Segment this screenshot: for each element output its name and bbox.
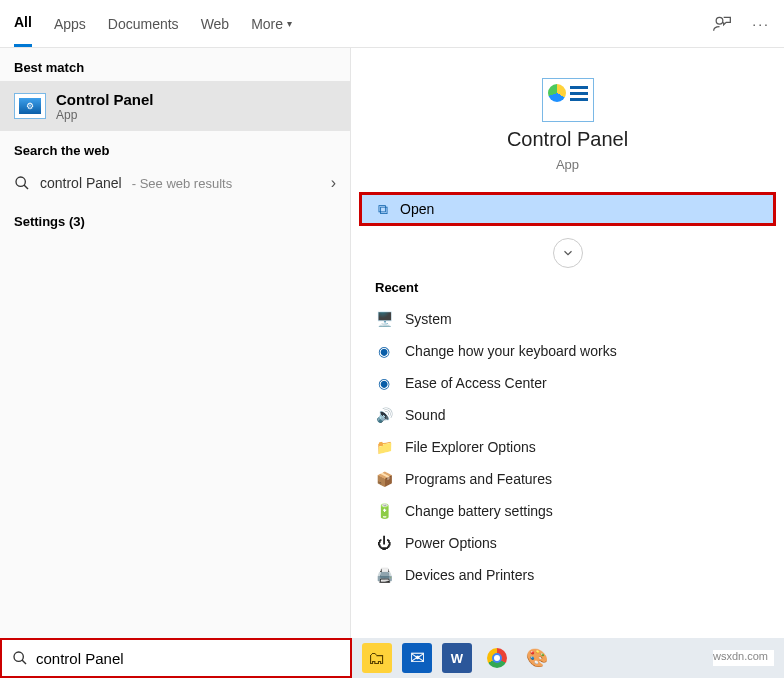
best-match-header: Best match: [0, 48, 350, 81]
tab-more[interactable]: More▾: [251, 1, 292, 47]
best-match-title: Control Panel: [56, 91, 154, 108]
chevron-down-icon: ▾: [287, 18, 292, 29]
open-button[interactable]: ⧉ Open: [359, 192, 776, 226]
search-icon: [12, 650, 28, 666]
tab-web[interactable]: Web: [201, 1, 230, 47]
expand-button[interactable]: [553, 238, 583, 268]
recent-item-system[interactable]: 🖥️System: [351, 303, 784, 335]
recent-header: Recent: [351, 276, 784, 303]
box-icon: 📦: [375, 470, 393, 488]
web-result[interactable]: control Panel - See web results ›: [0, 164, 350, 202]
svg-line-2: [24, 185, 28, 189]
svg-point-3: [14, 652, 23, 661]
battery-icon: 🔋: [375, 502, 393, 520]
file-explorer-icon[interactable]: 🗂: [362, 643, 392, 673]
recent-item-keyboard[interactable]: ◉Change how your keyboard works: [351, 335, 784, 367]
control-panel-icon: [542, 78, 594, 122]
recent-item-devices[interactable]: 🖨️Devices and Printers: [351, 559, 784, 591]
svg-line-4: [22, 660, 26, 664]
web-query: control Panel: [40, 175, 122, 191]
paint-icon[interactable]: 🎨: [522, 643, 552, 673]
chrome-icon[interactable]: [482, 643, 512, 673]
open-icon: ⧉: [378, 201, 388, 218]
recent-item-sound[interactable]: 🔊Sound: [351, 399, 784, 431]
main-area: Best match ⚙ Control Panel App Search th…: [0, 48, 784, 678]
power-icon: ⏻: [375, 534, 393, 552]
speaker-icon: 🔊: [375, 406, 393, 424]
svg-point-1: [16, 177, 25, 186]
best-match-subtitle: App: [56, 108, 154, 122]
search-web-header: Search the web: [0, 131, 350, 164]
folder-icon: 📁: [375, 438, 393, 456]
word-icon[interactable]: W: [442, 643, 472, 673]
control-panel-icon: ⚙: [14, 93, 46, 119]
preview-title: Control Panel: [507, 128, 628, 151]
watermark: wsxdn.com: [713, 650, 774, 666]
filter-tabs: All Apps Documents Web More▾ ···: [0, 0, 784, 48]
tab-documents[interactable]: Documents: [108, 1, 179, 47]
tab-apps[interactable]: Apps: [54, 1, 86, 47]
monitor-icon: 🖥️: [375, 310, 393, 328]
printer-icon: 🖨️: [375, 566, 393, 584]
tab-all[interactable]: All: [14, 1, 32, 47]
recent-item-ease-access[interactable]: ◉Ease of Access Center: [351, 367, 784, 399]
best-match-result[interactable]: ⚙ Control Panel App: [0, 81, 350, 131]
results-pane: Best match ⚙ Control Panel App Search th…: [0, 48, 350, 678]
recent-item-file-explorer[interactable]: 📁File Explorer Options: [351, 431, 784, 463]
mail-icon[interactable]: ✉: [402, 643, 432, 673]
recent-item-programs[interactable]: 📦Programs and Features: [351, 463, 784, 495]
taskbar: 🗂 ✉ W 🎨 wsxdn.com: [352, 638, 784, 678]
svg-point-0: [716, 17, 723, 24]
chevron-right-icon: ›: [331, 174, 336, 192]
search-box[interactable]: [0, 638, 352, 678]
recent-list: 🖥️System ◉Change how your keyboard works…: [351, 303, 784, 591]
settings-header: Settings (3): [0, 202, 350, 235]
start-search-window: All Apps Documents Web More▾ ··· Best ma…: [0, 0, 784, 678]
bottom-bar: 🗂 ✉ W 🎨 wsxdn.com: [0, 638, 784, 678]
web-hint: - See web results: [132, 176, 232, 191]
ease-icon: ◉: [375, 374, 393, 392]
app-preview: Control Panel App: [351, 68, 784, 192]
more-options-icon[interactable]: ···: [752, 16, 770, 32]
preview-subtitle: App: [556, 157, 579, 172]
feedback-icon[interactable]: [712, 14, 732, 34]
details-pane: Control Panel App ⧉ Open Recent 🖥️System…: [350, 48, 784, 678]
search-input[interactable]: [36, 650, 340, 667]
search-icon: [14, 175, 30, 191]
open-label: Open: [400, 201, 434, 217]
recent-item-battery[interactable]: 🔋Change battery settings: [351, 495, 784, 527]
ease-icon: ◉: [375, 342, 393, 360]
recent-item-power[interactable]: ⏻Power Options: [351, 527, 784, 559]
